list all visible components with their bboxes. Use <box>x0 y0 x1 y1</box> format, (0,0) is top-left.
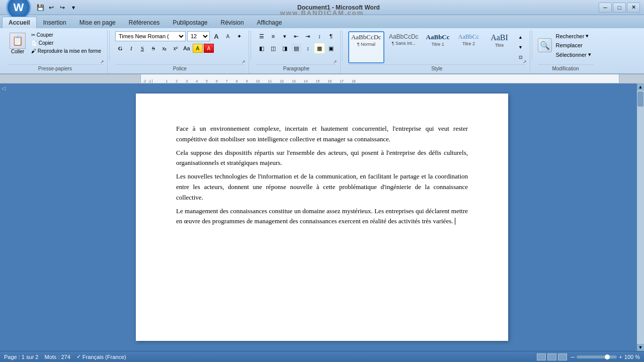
styles-corner[interactable]: ↗ <box>523 59 529 65</box>
clipboard-corner[interactable]: ↗ <box>100 59 106 65</box>
align-center-btn[interactable]: ◫ <box>268 43 278 53</box>
italic-btn[interactable]: I <box>126 43 136 53</box>
view-normal-btn[interactable] <box>537 353 546 360</box>
superscript-btn[interactable]: x² <box>171 43 181 53</box>
title-bar: W 💾 ↩ ↪ ▾ Document1 - Microsoft Word ─ □… <box>0 0 644 15</box>
close-btn[interactable]: ✕ <box>627 3 640 13</box>
tab-publipostage[interactable]: Publipostage <box>166 17 214 28</box>
paste-button[interactable]: 📋 Coller <box>7 31 28 56</box>
paragraph-2[interactable]: Cela suppose des dispositifs répartis su… <box>176 148 468 169</box>
font-format-row: G I S S x₂ x² Aa A A <box>115 43 214 53</box>
line-spacing-btn[interactable]: ↕ <box>303 43 313 53</box>
selectionner-btn[interactable]: Sélectionner ▾ <box>553 50 594 59</box>
paragraph-4[interactable]: Le management des connaissances constitu… <box>176 206 468 227</box>
spell-check[interactable]: ✓ Français (France) <box>76 353 126 360</box>
font-color-btn[interactable]: A <box>204 44 214 53</box>
zoom-slider[interactable] <box>577 355 617 358</box>
bullet-list-btn[interactable]: ☰ <box>257 31 267 41</box>
tab-accueil[interactable]: Accueil <box>2 17 37 28</box>
indent-decrease-btn[interactable]: ⇤ <box>291 31 301 41</box>
remplacer-btn[interactable]: Remplacer <box>553 41 594 50</box>
align-left-btn[interactable]: ◧ <box>257 43 267 53</box>
view-toggle-btn[interactable]: ◁ <box>2 85 6 91</box>
style-titre[interactable]: AaBI Titre <box>485 31 514 63</box>
para-corner[interactable]: ↗ <box>333 59 339 65</box>
ruler-mark: 14 <box>300 79 312 83</box>
font-name-select[interactable]: Times New Roman ( <box>115 31 186 41</box>
underline-btn[interactable]: S <box>137 43 147 53</box>
zoom-minus[interactable]: ─ <box>571 354 575 360</box>
copier-btn[interactable]: 📄 Copier <box>29 39 103 47</box>
paragraph-1[interactable]: Face à un environnement complexe, incert… <box>176 124 468 145</box>
window-title: Document1 - Microsoft Word <box>297 4 380 11</box>
couper-btn[interactable]: ✂ Couper <box>29 31 103 39</box>
style-titre1-label: Titre 1 <box>431 42 444 47</box>
document-page[interactable]: Face à un environnement complexe, incert… <box>136 94 508 341</box>
mod-search-area: 🔍 Rechercher ▾ Remplacer Sélectionner ▾ <box>538 31 594 59</box>
pilcrow-btn[interactable]: ¶ <box>326 31 336 41</box>
shading-btn[interactable]: ▦ <box>314 43 325 53</box>
para-content: ☰ ≡ ▾ ⇤ ⇥ ↕ ¶ ◧ ◫ ◨ ▤ ↕ ▦ ▣ <box>257 31 336 64</box>
ruler-mark: -2 <box>142 79 147 83</box>
indent-increase-btn[interactable]: ⇥ <box>303 31 313 41</box>
sep2 <box>251 30 251 60</box>
tab-insertion[interactable]: Insertion <box>37 17 73 28</box>
ruler-mark: 17 <box>336 79 348 83</box>
qa-dropdown[interactable]: ▾ <box>68 3 78 12</box>
scroll-thumb[interactable] <box>637 92 643 107</box>
font-shrink-btn[interactable]: A <box>223 31 233 41</box>
style-normal-preview: AaBbCcDc <box>351 33 381 41</box>
view-full-btn[interactable] <box>547 353 556 360</box>
tab-affichage[interactable]: Affichage <box>251 17 289 28</box>
ruler-main: -2 -1 · 1 2 3 4 5 6 7 8 9 10 11 12 13 14… <box>141 74 619 83</box>
modification-group: 🔍 Rechercher ▾ Remplacer Sélectionner ▾ <box>534 30 598 73</box>
view-web-btn[interactable] <box>558 353 567 360</box>
paragraph-4-text: Le management des connaissances constitu… <box>176 207 468 225</box>
style-titre1[interactable]: AaBbCc Titre 1 <box>423 31 453 63</box>
tab-mise-en-page[interactable]: Mise en page <box>73 17 122 28</box>
zoom-plus[interactable]: + <box>619 354 622 360</box>
bold-btn[interactable]: G <box>115 43 125 53</box>
style-up-btn[interactable]: ▲ <box>516 32 526 42</box>
rechercher-btn[interactable]: Rechercher ▾ <box>553 31 594 41</box>
font-case-btn[interactable]: Aa <box>182 43 192 53</box>
sort-btn[interactable]: ↕ <box>314 31 325 41</box>
document-area[interactable]: Face à un environnement complexe, incert… <box>7 83 637 351</box>
redo-quick-btn[interactable]: ↪ <box>57 3 67 12</box>
clear-format-btn[interactable]: ✦ <box>234 31 245 41</box>
para-row2: ◧ ◫ ◨ ▤ ↕ ▦ ▣ <box>257 43 336 53</box>
font-corner[interactable]: ↗ <box>242 59 248 65</box>
align-right-btn[interactable]: ◨ <box>280 43 290 53</box>
style-sans[interactable]: AaBbCcDc ¶ Sans int... <box>386 31 422 63</box>
styles-group: AaBbCcDc ¶ Normal AaBbCcDc ¶ Sans int...… <box>344 30 530 73</box>
minimize-btn[interactable]: ─ <box>599 3 612 13</box>
style-normal[interactable]: AaBbCcDc ¶ Normal <box>348 31 384 63</box>
align-justify-btn[interactable]: ▤ <box>291 43 301 53</box>
scroll-up-btn[interactable]: ▲ <box>637 83 644 90</box>
save-quick-btn[interactable]: 💾 <box>35 3 45 12</box>
reproduire-btn[interactable]: 🖌 Reproduire la mise en forme <box>29 47 103 55</box>
style-scroll-controls: ▲ ▼ ⊡ <box>516 31 526 63</box>
paragraph-3[interactable]: Les nouvelles technologies de l'informat… <box>176 171 468 203</box>
vertical-scrollbar[interactable]: ▲ ▼ <box>637 83 644 351</box>
style-titre-preview: AaBI <box>491 33 508 42</box>
style-titre2[interactable]: AaBbCc Titre 2 <box>454 31 484 63</box>
strikethrough-btn[interactable]: S <box>148 43 158 53</box>
ruler-mark: 6 <box>212 79 222 83</box>
style-down-btn[interactable]: ▼ <box>516 42 526 52</box>
sep3 <box>342 30 343 60</box>
undo-quick-btn[interactable]: ↩ <box>46 3 56 12</box>
paintbrush-icon: 🖌 <box>31 48 36 54</box>
num-list-btn[interactable]: ≡ <box>268 31 278 41</box>
highlight-btn[interactable]: A <box>193 44 203 53</box>
tab-revision[interactable]: Révision <box>214 17 251 28</box>
list-dropdown[interactable]: ▾ <box>280 31 290 41</box>
subscript-btn[interactable]: x₂ <box>159 43 170 53</box>
font-grow-btn[interactable]: A <box>211 31 221 41</box>
maximize-btn[interactable]: □ <box>613 3 626 13</box>
border-btn[interactable]: ▣ <box>326 43 336 53</box>
tab-references[interactable]: Références <box>122 17 166 28</box>
font-size-select[interactable]: 12 <box>187 31 210 41</box>
font-name-row: Times New Roman ( 12 A A ✦ <box>115 31 245 41</box>
scroll-down-btn[interactable]: ▼ <box>637 344 644 351</box>
